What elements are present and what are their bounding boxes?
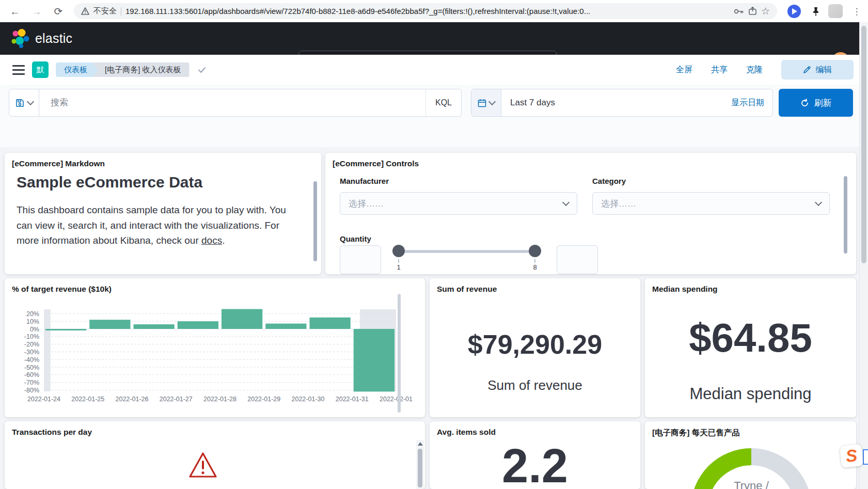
svg-text:-50%: -50% — [24, 364, 39, 371]
svg-text:-40%: -40% — [24, 356, 39, 364]
svg-text:-20%: -20% — [24, 341, 39, 348]
space-badge[interactable]: 默 — [32, 61, 49, 78]
quantity-slider-range — [399, 250, 534, 253]
date-picker: Last 7 days 显示日期 — [471, 89, 773, 117]
browser-reload-icon[interactable]: ⟳ — [51, 4, 66, 19]
fullscreen-button[interactable]: 全屏 — [676, 65, 692, 75]
controls-panel-scrollbar[interactable] — [844, 176, 847, 254]
svg-text:2022-01-27: 2022-01-27 — [160, 396, 193, 403]
svg-text:-80%: -80% — [24, 387, 39, 394]
sum-of-revenue-label: Sum of revenue — [430, 377, 640, 393]
browser-menu-icon[interactable]: ⋮ — [849, 4, 864, 19]
svg-text:20%: 20% — [26, 310, 39, 318]
svg-text:2022-01-31: 2022-01-31 — [336, 396, 369, 403]
quantity-slider-handle-min[interactable] — [392, 245, 405, 257]
panel-title: Transactions per day — [5, 421, 425, 437]
url-text: 192.168.111.133:5601/app/dashboards#/vie… — [125, 7, 590, 15]
address-separator — [121, 7, 121, 15]
median-spending-label: Median spending — [645, 385, 856, 403]
refresh-button-label: 刷新 — [814, 97, 832, 109]
slider-tick — [398, 259, 399, 263]
svg-text:2022-01-24: 2022-01-24 — [27, 396, 60, 403]
edit-button[interactable]: 编辑 — [781, 60, 854, 80]
svg-text:2022-01-30: 2022-01-30 — [292, 396, 325, 403]
manufacturer-select[interactable]: 选择…… — [340, 192, 577, 215]
capture-tool-logo[interactable]: S — [840, 444, 863, 468]
date-quick-menu[interactable] — [471, 89, 501, 116]
manufacturer-placeholder: 选择…… — [349, 198, 384, 210]
panel-title: [电子商务] 每天已售产品 — [645, 421, 856, 438]
refresh-icon — [800, 99, 809, 107]
quantity-label: Quantity — [340, 234, 371, 243]
saved-check-icon — [197, 65, 207, 75]
svg-text:2022-01-26: 2022-01-26 — [116, 396, 149, 403]
extension-play-icon[interactable] — [787, 4, 801, 18]
pencil-icon — [803, 66, 811, 74]
query-bar: KQL — [9, 89, 462, 117]
save-icon — [15, 99, 24, 107]
category-placeholder: 选择…… — [601, 198, 636, 210]
scroll-up-icon[interactable] — [418, 442, 423, 446]
elastic-logo — [9, 28, 30, 49]
chart-panel-scrollbar[interactable] — [398, 294, 401, 413]
share-icon[interactable] — [748, 7, 757, 15]
category-select[interactable]: 选择…… — [592, 192, 830, 215]
address-bar[interactable]: 不安全 192.168.111.133:5601/app/dashboards#… — [74, 3, 777, 19]
brand-name: elastic — [35, 31, 72, 46]
scrollbar-thumb[interactable] — [418, 449, 422, 487]
panel-title: % of target revenue ($10k) — [5, 278, 425, 294]
saved-query-menu[interactable] — [9, 89, 39, 116]
gauge-center-label: Tryne / — [645, 479, 856, 489]
slider-min-value: 1 — [397, 263, 400, 271]
panel-ecommerce-markdown: [eCommerce] Markdown Sample eCommerce Da… — [5, 153, 321, 274]
time-range-value[interactable]: Last 7 days — [501, 98, 731, 108]
svg-text:-30%: -30% — [24, 349, 39, 356]
panel-ecommerce-controls: [eCommerce] Controls Manufacturer 选择…… C… — [325, 153, 856, 274]
bookmark-star-icon[interactable]: ☆ — [761, 5, 770, 17]
svg-text:-10%: -10% — [24, 333, 39, 340]
profile-avatar-blurred[interactable] — [828, 4, 843, 18]
panel-title: [eCommerce] Controls — [325, 153, 856, 168]
svg-text:0%: 0% — [30, 326, 39, 333]
target-revenue-bar-chart: 20%10%0%-10%-20%-30%-40%-50%-60%-70%-80%… — [5, 299, 425, 417]
query-input[interactable] — [39, 98, 425, 108]
panel-target-revenue: % of target revenue ($10k) 20%10%0%-10%-… — [5, 278, 425, 417]
svg-text:-60%: -60% — [24, 371, 39, 378]
refresh-button[interactable]: 刷新 — [779, 89, 853, 117]
edit-button-label: 编辑 — [816, 65, 832, 75]
elastic-home-link[interactable]: elastic — [9, 22, 72, 55]
docs-link[interactable]: docs — [201, 235, 222, 246]
quantity-max-input[interactable] — [557, 245, 598, 274]
pin-extension-icon[interactable] — [809, 4, 823, 18]
page-scrollbar-thumb[interactable] — [861, 26, 866, 263]
slider-tick — [534, 259, 535, 263]
chevron-down-icon — [26, 98, 34, 105]
browser-back-icon[interactable]: ← — [7, 4, 23, 19]
median-spending-value: $64.85 — [645, 314, 856, 361]
slider-max-value: 8 — [533, 263, 536, 271]
svg-text:2022-01-29: 2022-01-29 — [247, 396, 280, 403]
clone-button[interactable]: 克隆 — [746, 65, 763, 75]
page-scrollbar[interactable] — [859, 22, 868, 489]
breadcrumb-dashboards[interactable]: 仪表板 — [56, 62, 99, 77]
avg-items-sold-value: 2.2 — [430, 439, 640, 489]
share-button[interactable]: 共享 — [711, 65, 728, 75]
chevron-down-icon — [488, 98, 496, 105]
panel-title: Avg. items sold — [430, 421, 640, 437]
markdown-panel-scrollbar[interactable] — [313, 181, 317, 261]
svg-text:2022-02-01: 2022-02-01 — [380, 396, 413, 403]
panel-title: [eCommerce] Markdown — [5, 153, 321, 168]
panel-title: Median spending — [645, 278, 856, 294]
kql-language-button[interactable]: KQL — [425, 89, 461, 116]
markdown-body: This dashboard contains sample data for … — [17, 202, 302, 248]
transactions-panel-scrollbar[interactable] — [416, 440, 424, 489]
sum-of-revenue-value: $79,290.29 — [430, 329, 640, 360]
show-dates-button[interactable]: 显示日期 — [731, 98, 772, 108]
quantity-slider-handle-max[interactable] — [529, 245, 541, 257]
svg-text:-70%: -70% — [24, 379, 39, 386]
password-key-icon[interactable] — [734, 8, 744, 14]
browser-forward-icon[interactable]: → — [29, 4, 44, 19]
quantity-min-input[interactable] — [340, 245, 381, 274]
menu-icon[interactable] — [12, 65, 25, 75]
chevron-down-icon — [562, 199, 570, 206]
